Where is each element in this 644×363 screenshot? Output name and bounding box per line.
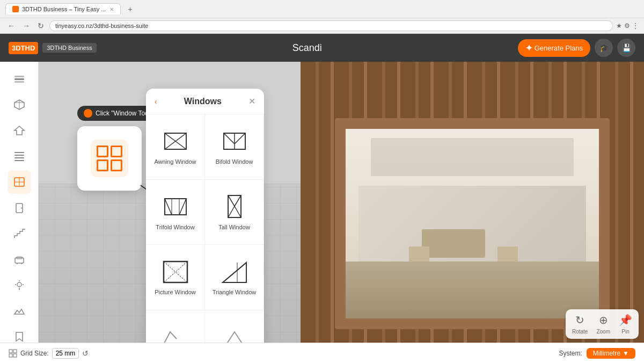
window-item-bifold[interactable]: Bifold Window [205, 114, 264, 180]
sidebar-icon-light[interactable] [8, 273, 31, 297]
svg-line-55 [228, 206, 235, 217]
forward-btn[interactable]: → [20, 20, 32, 31]
sidebar-icon-layers[interactable] [8, 67, 31, 91]
new-tab-btn[interactable]: + [125, 4, 136, 14]
dropdown-chevron: ▼ [623, 350, 629, 357]
viewport-controls: ↻ Rotate ⊕ Zoom 📌 Pin [566, 309, 639, 339]
generate-plus-icon: ✦ [525, 43, 532, 53]
panel-back-btn[interactable]: ‹ [155, 97, 157, 106]
svg-rect-66 [13, 354, 17, 357]
window-frame [335, 118, 610, 329]
tooltip-dot [84, 109, 92, 118]
back-btn[interactable]: ← [5, 20, 17, 31]
grid-size-label: Grid Size: [20, 350, 49, 357]
learn-button[interactable]: 🎓 [595, 39, 613, 57]
left-sidebar [0, 62, 39, 363]
bifold-window-icon [218, 128, 251, 155]
picture-window-icon [159, 258, 192, 285]
svg-marker-6 [14, 126, 24, 135]
sidebar-icon-stairs[interactable] [8, 222, 31, 245]
room-interior [346, 129, 599, 318]
svg-rect-65 [9, 354, 12, 357]
zoom-control[interactable]: ⊕ Zoom [596, 314, 610, 335]
sidebar-icon-window[interactable] [8, 170, 31, 194]
svg-rect-63 [9, 350, 12, 353]
zoom-icon: ⊕ [599, 314, 608, 326]
rotate-icon: ↻ [575, 314, 584, 326]
bottom-bar: Grid Size: ↺ System: Millimetre ▼ [0, 343, 644, 363]
sidebar-icon-terrain[interactable] [8, 299, 31, 323]
svg-point-20 [17, 282, 21, 287]
sidebar-icon-door[interactable] [8, 196, 31, 220]
sidebar-icon-floors[interactable] [8, 144, 31, 168]
sidebar-icon-furniture[interactable] [8, 248, 31, 271]
save-button[interactable]: 💾 [617, 39, 635, 57]
tab-favicon [12, 6, 19, 12]
project-title: Scandi [97, 42, 518, 54]
sidebar-icon-cube[interactable] [8, 93, 31, 117]
zoom-label: Zoom [596, 329, 610, 335]
svg-line-40 [175, 133, 186, 141]
url-bar[interactable] [49, 20, 613, 31]
svg-line-39 [165, 133, 175, 141]
logo-3dthd: 3DTHD [9, 42, 38, 54]
window-item-tall[interactable]: Tall Window [205, 180, 264, 245]
tab-close-btn[interactable]: ✕ [109, 6, 114, 12]
pin-icon: 📌 [619, 314, 632, 326]
svg-line-44 [224, 133, 235, 144]
panel-close-btn[interactable]: ✕ [248, 96, 255, 106]
extension-btn[interactable]: ⚙ [624, 22, 630, 30]
logo-area: 3DTHD 3DTHD Business [9, 42, 97, 54]
svg-rect-9 [14, 152, 24, 153]
window-item-trifold[interactable]: Trifold Window [146, 180, 205, 245]
main-area: 2D 3D [0, 62, 644, 363]
svg-rect-10 [14, 160, 24, 161]
grid-reset-btn[interactable]: ↺ [82, 349, 89, 358]
grid-icon [9, 349, 17, 358]
svg-line-61 [223, 263, 246, 282]
grid-size-input[interactable] [52, 348, 79, 359]
svg-line-48 [165, 199, 172, 215]
svg-line-41 [165, 141, 175, 149]
bifold-window-label: Bifold Window [216, 158, 253, 165]
trifold-window-label: Trifold Window [156, 223, 194, 231]
window-item-picture[interactable]: Picture Window [146, 245, 205, 310]
panel-title: Windows [184, 97, 222, 106]
pin-control[interactable]: 📌 Pin [619, 314, 632, 335]
header-actions: ✦ Generate Plans 🎓 💾 [518, 39, 635, 57]
rotate-label: Rotate [572, 329, 588, 335]
svg-line-56 [235, 206, 241, 217]
app-header: 3DTHD 3DTHD Business Scandi ✦ Generate P… [0, 34, 644, 62]
trifold-window-icon [159, 193, 192, 220]
svg-rect-8 [14, 157, 24, 158]
picture-window-label: Picture Window [155, 288, 195, 296]
svg-rect-64 [13, 350, 17, 353]
system-area: System: Millimetre ▼ [559, 348, 635, 359]
tab-title: 3DTHD Business – Tiny Easy ... [22, 6, 106, 12]
grid-cell-1 [97, 146, 108, 157]
system-value-btn[interactable]: Millimetre ▼ [587, 348, 635, 359]
3d-wood-view [301, 62, 644, 343]
bookmark-btn[interactable]: ★ [616, 22, 622, 30]
tall-window-label: Tall Window [218, 223, 250, 231]
generate-btn-label: Generate Plans [535, 44, 583, 52]
svg-line-53 [228, 195, 235, 206]
generate-plans-button[interactable]: ✦ Generate Plans [518, 39, 590, 57]
rotate-control[interactable]: ↻ Rotate [572, 314, 588, 335]
window-item-awning[interactable]: Awning Window [146, 114, 205, 180]
svg-line-42 [175, 141, 186, 149]
browser-tab[interactable]: 3DTHD Business – Tiny Easy ... ✕ [5, 3, 121, 14]
reload-btn[interactable]: ↻ [35, 20, 46, 31]
svg-point-15 [21, 208, 22, 209]
triangle-window-icon [218, 258, 251, 285]
window-item-triangle[interactable]: Triangle Window [205, 245, 264, 310]
grid-cell-3 [97, 159, 108, 171]
svg-rect-0 [14, 78, 24, 80]
window-items-grid: Awning Window Bifold Window [146, 114, 264, 363]
sidebar-icon-roof[interactable] [8, 119, 31, 142]
svg-rect-2 [14, 81, 24, 83]
awning-window-label: Awning Window [154, 158, 196, 165]
windows-panel: ‹ Windows ✕ [146, 89, 264, 363]
menu-btn[interactable]: ⋮ [632, 22, 639, 30]
triangle-window-label: Triangle Window [213, 288, 257, 296]
